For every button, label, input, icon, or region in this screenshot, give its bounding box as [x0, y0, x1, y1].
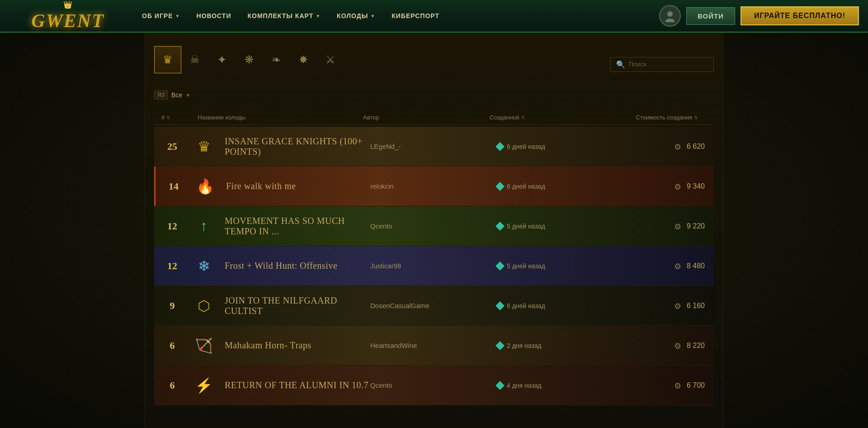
col-rank[interactable]: # ⇅: [161, 114, 198, 121]
deck-icon: ↑: [190, 210, 217, 242]
cell-created: 6 дней назад: [497, 286, 623, 325]
deck-icon: 🔥: [192, 171, 219, 202]
scraps-icon: ⚙: [674, 222, 683, 231]
deck-name: RETURN OF THE ALUMNI IN 10.7: [225, 380, 368, 390]
cell-cost: ⚙ 6 620: [623, 127, 714, 166]
cell-rank: 9: [154, 286, 190, 325]
nav-esports[interactable]: КИБЕРСПОРТ: [385, 9, 446, 23]
cell-created: 6 дней назад: [497, 166, 623, 206]
chevron-down-icon: ▼: [175, 14, 180, 19]
table-row[interactable]: 12 ❄ Frost + Wild Hunt: Offensive Justic…: [154, 246, 714, 286]
nav-decks[interactable]: КОЛОДЫ ▼: [330, 9, 382, 23]
table-row[interactable]: 12 ↑ MOVEMENT HAS SO MUCH TEMPO IN ... Q…: [154, 206, 714, 246]
cell-name: ↑ MOVEMENT HAS SO MUCH TEMPO IN ...: [190, 206, 370, 246]
chevron-down-icon: ▼: [186, 93, 190, 98]
diamond-icon: [495, 182, 505, 191]
cell-author: LEgeNd_-: [370, 127, 497, 166]
cell-created: 4 дня назад: [497, 366, 623, 405]
search-area: 🔍: [610, 57, 714, 72]
logo-area: 👑 GWENT: [0, 0, 127, 32]
deck-icon: ❄: [190, 250, 217, 282]
nav-links: ОБ ИГРЕ ▼ НОВОСТИ КОМПЛЕКТЫ КАРТ ▼ КОЛОД…: [127, 9, 659, 23]
diamond-icon: [495, 381, 505, 390]
cell-cost: ⚙ 6 700: [623, 366, 714, 405]
deck-name: Frost + Wild Hunt: Offensive: [225, 261, 337, 271]
scraps-icon: ⚙: [674, 182, 683, 191]
cell-rank: 6: [154, 326, 190, 365]
nav-news[interactable]: НОВОСТИ: [190, 9, 237, 23]
scraps-icon: ⚙: [674, 262, 683, 271]
search-input[interactable]: [629, 61, 708, 68]
cell-rank: 12: [154, 246, 190, 285]
table-row[interactable]: 9 ⬡ JOIN TO THE NILFGAARD CULTIST DosenC…: [154, 286, 714, 326]
cell-cost: ⚙ 6 160: [623, 286, 714, 325]
cell-cost: ⚙ 9 340: [623, 166, 714, 206]
diamond-icon: [495, 301, 505, 310]
table-row[interactable]: 6 ⚡ RETURN OF THE ALUMNI IN 10.7 Qcento …: [154, 366, 714, 405]
table-row[interactable]: 25 ♛ INSANE GRACE KNIGHTS (100+ POINTS) …: [154, 127, 714, 166]
diamond-icon: [495, 341, 505, 350]
faction-tab-special[interactable]: ⚔: [317, 46, 344, 73]
deck-name: Mahakam Horn- Traps: [225, 340, 311, 351]
faction-tab-skellige[interactable]: ✸: [290, 46, 317, 73]
faction-tab-nilfgaard[interactable]: ✦: [208, 46, 236, 73]
lang-badge: ЯЗ: [154, 90, 168, 100]
scraps-icon: ⚙: [674, 301, 683, 310]
deck-name: MOVEMENT HAS SO MUCH TEMPO IN ...: [225, 216, 370, 237]
cell-rank: 25: [154, 127, 190, 166]
cell-created: 5 дней назад: [497, 206, 623, 246]
cell-created: 2 дня назад: [497, 326, 623, 365]
svg-point-0: [667, 11, 673, 17]
table-row[interactable]: 6 🏹 Mahakam Horn- Traps HeartsandWine 2 …: [154, 326, 714, 366]
cell-name: ❄ Frost + Wild Hunt: Offensive: [190, 246, 370, 285]
cell-author: DosenCasualGame: [370, 286, 497, 325]
nav-right: ВОЙТИ ИГРАЙТЕ БЕСПЛАТНО!: [659, 5, 868, 27]
sort-icon: ⇅: [521, 115, 525, 120]
lang-filter: ЯЗ Все ▼: [154, 87, 714, 103]
deck-icon: ⬡: [190, 290, 217, 322]
deck-icon: ⚡: [190, 370, 217, 401]
play-button[interactable]: ИГРАЙТЕ БЕСПЛАТНО!: [741, 6, 859, 25]
faction-tab-northkingdom[interactable]: ❋: [236, 46, 263, 73]
nav-card-sets[interactable]: КОМПЛЕКТЫ КАРТ ▼: [241, 9, 327, 23]
cell-name: ⚡ RETURN OF THE ALUMNI IN 10.7: [190, 366, 370, 405]
scraps-icon: ⚙: [674, 381, 683, 390]
scraps-icon: ⚙: [674, 142, 683, 151]
deck-name: INSANE GRACE KNIGHTS (100+ POINTS): [225, 136, 370, 157]
diamond-icon: [495, 142, 505, 151]
login-button[interactable]: ВОЙТИ: [686, 7, 735, 25]
deck-icon: ♛: [190, 131, 217, 162]
svg-point-1: [665, 19, 675, 22]
table-body: 25 ♛ INSANE GRACE KNIGHTS (100+ POINTS) …: [154, 127, 714, 405]
nav-about[interactable]: ОБ ИГРЕ ▼: [136, 9, 186, 23]
col-author: Автор: [363, 114, 490, 121]
faction-tab-scoiatael[interactable]: ❧: [263, 46, 290, 73]
cell-name: ♛ INSANE GRACE KNIGHTS (100+ POINTS): [190, 127, 370, 166]
deck-name: JOIN TO THE NILFGAARD CULTIST: [225, 295, 370, 316]
col-created[interactable]: Созданной ⇅: [490, 114, 616, 121]
cell-name: ⬡ JOIN TO THE NILFGAARD CULTIST: [190, 286, 370, 325]
cell-cost: ⚙ 8 220: [623, 326, 714, 365]
cell-author: Qcento: [370, 206, 497, 246]
col-cost[interactable]: Стоимость создания ⇅: [616, 114, 707, 121]
cell-author: Qcento: [370, 366, 497, 405]
scraps-icon: ⚙: [674, 341, 683, 350]
chevron-down-icon: ▼: [370, 14, 375, 19]
table-row[interactable]: 14 🔥 Fire walk with me relokcin 6 дней н…: [154, 166, 714, 206]
faction-tab-all[interactable]: ♛: [154, 46, 181, 73]
cell-created: 5 дней назад: [497, 246, 623, 285]
cell-rank: 12: [154, 206, 190, 246]
faction-tab-monsters[interactable]: ☠: [181, 46, 208, 73]
main-content: ♛ ☠ ✦ ❋ ❧ ✸ ⚔ 🔍 Я: [145, 33, 723, 428]
cell-created: 6 дней назад: [497, 127, 623, 166]
diamond-icon: [495, 222, 505, 231]
table-header: # ⇅ Название колоды Автор Созданной ⇅ Ст…: [154, 110, 714, 125]
logo[interactable]: GWENT: [31, 10, 104, 31]
cell-cost: ⚙ 8 480: [623, 246, 714, 285]
avatar[interactable]: [659, 5, 681, 27]
faction-tabs: ♛ ☠ ✦ ❋ ❧ ✸ ⚔: [154, 42, 344, 78]
lang-label[interactable]: Все: [171, 91, 182, 99]
cell-cost: ⚙ 9 220: [623, 206, 714, 246]
cell-author: HeartsandWine: [370, 326, 497, 365]
search-icon: 🔍: [616, 60, 625, 69]
